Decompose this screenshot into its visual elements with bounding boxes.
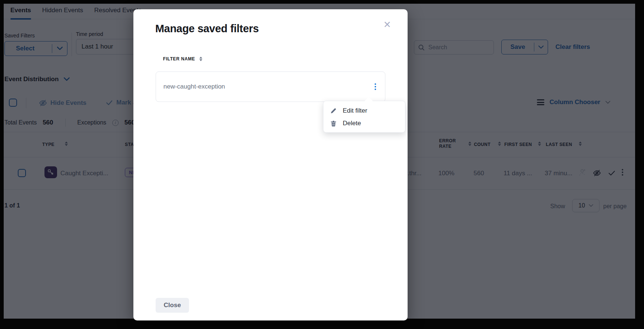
saved-filter-name: new-caught-exception	[163, 83, 225, 90]
edit-filter-menu-item[interactable]: Edit filter	[323, 104, 405, 117]
saved-filters-list: new-caught-exception	[156, 72, 385, 102]
edit-filter-label: Edit filter	[343, 107, 367, 114]
pencil-icon	[330, 107, 337, 114]
delete-filter-menu-item[interactable]: Delete	[323, 117, 405, 130]
close-icon[interactable]: ✕	[381, 18, 394, 31]
filter-name-label: FILTER NAME	[163, 56, 195, 62]
filter-context-menu: Edit filter Delete	[323, 101, 405, 133]
modal-title: Manage saved filters	[155, 23, 259, 35]
saved-filter-row: new-caught-exception	[156, 72, 385, 102]
delete-filter-label: Delete	[343, 120, 361, 127]
filter-kebab-menu-icon[interactable]	[375, 83, 376, 90]
sort-icon[interactable]	[199, 57, 202, 61]
filter-name-header[interactable]: FILTER NAME	[163, 56, 202, 62]
manage-saved-filters-modal: Manage saved filters ✕ FILTER NAME new-c…	[133, 9, 408, 320]
modal-close-button[interactable]: Close	[156, 298, 189, 313]
app-window: Events Hidden Events Resolved Events Sav…	[0, 0, 644, 329]
trash-icon	[330, 120, 337, 127]
